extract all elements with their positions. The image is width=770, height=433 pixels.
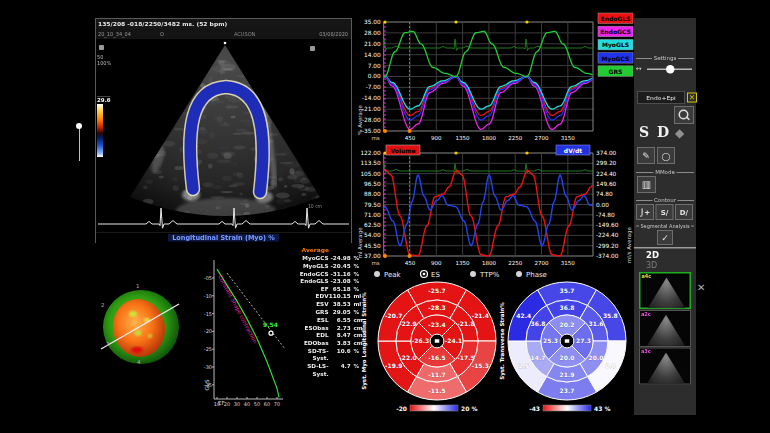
- svg-text:GLS: GLS: [204, 379, 210, 390]
- contour-add-button[interactable]: ⌡+: [636, 204, 654, 220]
- radio-Phase[interactable]: [516, 271, 522, 277]
- svg-text:60: 60: [264, 401, 270, 407]
- calipers-icon[interactable]: ✕: [697, 282, 705, 293]
- svg-text:-05: -05: [204, 275, 212, 281]
- svg-text:3150: 3150: [561, 135, 575, 141]
- edit-contour-button[interactable]: ✎: [637, 147, 655, 164]
- svg-text:-74.80: -74.80: [596, 212, 615, 218]
- volume-ylabel-right: ml/s Average: [626, 226, 633, 263]
- mode-2d-label[interactable]: 2D: [646, 250, 659, 260]
- svg-text:-26.3: -26.3: [412, 337, 429, 344]
- svg-text:-17.5: -17.5: [457, 354, 474, 361]
- svg-text:-10: -10: [204, 293, 212, 299]
- gain-slider[interactable]: [76, 123, 83, 163]
- svg-text:20.0: 20.0: [589, 354, 604, 361]
- magnifier-icon: [679, 110, 690, 121]
- section-separator: [634, 247, 696, 249]
- svg-text:88.00: 88.00: [364, 191, 381, 197]
- svg-text:TTP%: TTP%: [479, 271, 500, 279]
- avg-row-EndoGLS: EndoGLS-23.08%: [294, 277, 365, 285]
- control-panel: Settings ↔ Endo+Epi ✕ S D ◆ ✎ ◯ MMode ▥ …: [634, 18, 696, 415]
- svg-text:Phase: Phase: [526, 271, 547, 279]
- thumbnail-a4c[interactable]: a4c: [639, 272, 691, 309]
- velocity-colorbar: [97, 104, 103, 157]
- thumbnail-a2c[interactable]: a2c: [639, 310, 691, 347]
- avg-row-MyoGCS: MyoGCS-24.98%: [294, 254, 365, 262]
- ellipse-tool-button[interactable]: ◯: [657, 147, 675, 164]
- mmode-button[interactable]: ▥: [637, 176, 656, 193]
- svg-text:2700: 2700: [535, 135, 549, 141]
- svg-text:14.7: 14.7: [531, 354, 546, 361]
- avg-row-ESObas: ESObas2.73cm: [294, 324, 365, 332]
- svg-text:122.00: 122.00: [360, 150, 381, 156]
- svg-text:4: 4: [137, 359, 141, 365]
- thumbnail-label: a2c: [641, 311, 651, 317]
- svg-text:27.3: 27.3: [576, 337, 591, 344]
- settings-slider-handle[interactable]: [666, 65, 675, 74]
- svg-text:35.00: 35.00: [364, 19, 381, 25]
- contour-add-icon: ⌡+: [640, 208, 650, 216]
- contour-d-button[interactable]: D∕: [675, 204, 693, 220]
- avg-row-EDL: EDL8.47cm: [294, 331, 365, 339]
- svg-text:ms: ms: [371, 135, 379, 141]
- dynamic-range-value: 100%: [97, 60, 111, 66]
- svg-text:-43: -43: [529, 405, 540, 412]
- svg-text:30: 30: [234, 401, 240, 407]
- magnify-button[interactable]: [674, 106, 694, 124]
- map1-title: Syst. Myo Longitudinal Strain%: [361, 292, 368, 390]
- svg-text:105.00: 105.00: [360, 171, 381, 177]
- ultrasound-image-area: 50 100% 29.6 10 cm: [96, 39, 351, 232]
- strain-mode-label: Longitudinal Strain (Myo) %: [168, 234, 279, 242]
- ellipse-icon: ◯: [662, 151, 671, 161]
- endo-epi-checkbox[interactable]: ✕: [687, 93, 697, 103]
- svg-text:-20: -20: [204, 328, 212, 334]
- svg-text:71.00: 71.00: [364, 212, 381, 218]
- thumbnail-image: [647, 353, 685, 384]
- contour-s-button[interactable]: S∕: [656, 204, 674, 220]
- svg-text:20.0: 20.0: [560, 354, 575, 361]
- mmode-label: MMode: [655, 169, 675, 176]
- pencil-icon: ✎: [642, 150, 650, 161]
- svg-text:74.80: 74.80: [596, 191, 613, 197]
- diamond-icon: ◆: [675, 126, 684, 140]
- svg-text:9.54: 9.54: [263, 321, 278, 328]
- thumbnail-a3c[interactable]: a3c: [639, 348, 691, 385]
- segmental-analysis-button[interactable]: ✓: [657, 230, 673, 245]
- avg-row-ESV: ESV38.53ml: [294, 300, 365, 308]
- mode-3d-label[interactable]: 3D: [646, 260, 657, 270]
- svg-text:45.50: 45.50: [364, 243, 381, 249]
- contour-label: Contour: [654, 197, 676, 204]
- svg-text:62.50: 62.50: [364, 222, 381, 228]
- contour-divider: Contour: [636, 197, 694, 204]
- diastole-button[interactable]: D: [657, 124, 669, 141]
- svg-text:20: 20: [224, 401, 230, 407]
- svg-text:-149.60: -149.60: [596, 222, 619, 228]
- svg-text:450: 450: [405, 135, 416, 141]
- bullseye-3d: 1234: [95, 270, 195, 382]
- settings-label: Settings: [654, 55, 677, 62]
- gain-value: 50: [97, 54, 103, 60]
- vendor-label: ACUSON: [234, 31, 255, 37]
- avg-row-GRS: GRS29.05%: [294, 308, 365, 316]
- svg-text:25.3: 25.3: [543, 337, 558, 344]
- svg-text:-23.4: -23.4: [428, 321, 445, 328]
- svg-text:-24.1: -24.1: [445, 337, 462, 344]
- radio-TTP%[interactable]: [470, 271, 476, 277]
- svg-text:Peak: Peak: [384, 271, 402, 279]
- svg-text:EndoGCS: EndoGCS: [600, 28, 631, 35]
- average-table-rows: MyoGCS-24.98%MyoGLS-20.45%EndoGCS-31.16%…: [294, 254, 365, 378]
- systole-button[interactable]: S: [639, 124, 649, 141]
- color-scale-value: 29.6: [97, 96, 111, 103]
- svg-text:54.00: 54.00: [364, 232, 381, 238]
- endo-epi-selector[interactable]: Endo+Epi: [637, 91, 685, 104]
- avg-row-EndoGCS: EndoGCS-31.16%: [294, 269, 365, 277]
- strain-volume-charts: 35.0028.0021.0014.007.000.00-7.00-14.00-…: [350, 8, 650, 280]
- study-info-bar: 20_10_34_04 O ACUSON 03/06/2020: [96, 29, 351, 39]
- slider-handle[interactable]: [76, 123, 82, 129]
- svg-text:-299.20: -299.20: [596, 243, 619, 249]
- radio-Peak[interactable]: [374, 271, 380, 277]
- svg-text:-28.00: -28.00: [362, 117, 381, 123]
- study-date: 03/06/2020: [319, 31, 348, 37]
- thumbnail-image: [648, 278, 686, 309]
- svg-text:GRS: GRS: [609, 68, 623, 75]
